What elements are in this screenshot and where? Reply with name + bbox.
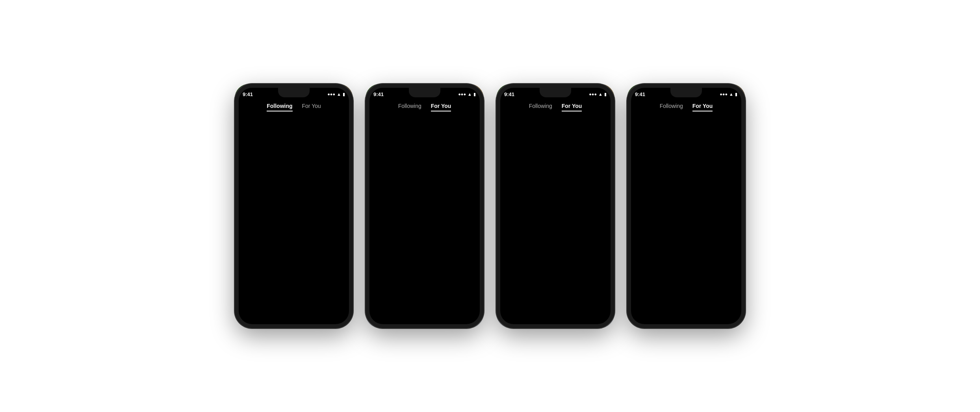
key-b[interactable]: B (432, 279, 442, 293)
view-replies[interactable]: View replies (70) ∨ (648, 251, 731, 255)
key-m[interactable]: M (586, 279, 596, 293)
tab-following-1[interactable]: Following (267, 101, 292, 111)
comments-list-1[interactable]: karenlewis You always make amazing recip… (235, 171, 353, 309)
key-k[interactable]: K (456, 262, 466, 276)
key-q[interactable]: Q (367, 244, 377, 258)
key-return[interactable]: return (444, 296, 471, 310)
key-n[interactable]: N (444, 279, 453, 293)
tab-following-3[interactable]: Following (529, 101, 552, 111)
comment-input-1[interactable] (239, 313, 317, 325)
key-q[interactable]: Q (498, 244, 508, 258)
like-icon[interactable]: ♡ (730, 176, 735, 183)
tab-foryou-2[interactable]: For You (431, 101, 451, 111)
at-icon[interactable]: @ (321, 315, 328, 323)
key-d[interactable]: D (526, 262, 536, 276)
question-icon-btn-4[interactable]: ⬜ (732, 315, 741, 323)
key-x[interactable]: X (527, 279, 536, 293)
key-j[interactable]: J (444, 262, 454, 276)
tab-following-2[interactable]: Following (398, 101, 421, 111)
key-k[interactable]: K (587, 262, 597, 276)
key-t[interactable]: T (545, 244, 555, 258)
key-y[interactable]: Y (426, 244, 436, 258)
key-l[interactable]: L (599, 262, 609, 276)
key-space[interactable]: space (395, 296, 442, 310)
modal-close-3[interactable]: ✕ (602, 137, 608, 146)
key-r[interactable]: R (533, 244, 543, 258)
view-replies[interactable]: View replies (70) ∨ (648, 275, 731, 279)
key-c[interactable]: C (538, 279, 548, 293)
key-o[interactable]: O (592, 244, 601, 258)
key-h[interactable]: H (432, 262, 442, 276)
like-icon[interactable]: ♡ (735, 229, 740, 235)
key-e[interactable]: E (390, 244, 400, 258)
key-x[interactable]: X (396, 279, 406, 293)
suggestion-i-2[interactable]: I (366, 230, 405, 242)
key-i[interactable]: I (580, 244, 590, 258)
emoji-icon[interactable]: ☺ (722, 315, 729, 323)
key-return[interactable]: return (575, 296, 602, 310)
key-r[interactable]: R (402, 244, 412, 258)
view-replies[interactable]: View replies (70) ∨ (255, 196, 336, 200)
comments-list-4[interactable]: ? ▶ Asked by doctorwu What's your favori… (627, 171, 745, 309)
key-e[interactable]: E (521, 244, 531, 258)
key-i[interactable]: I (449, 244, 459, 258)
suggestion-im-2[interactable]: I'm (445, 230, 484, 242)
like-icon[interactable]: ♡ (733, 199, 739, 205)
view-replies[interactable]: View replies (70) ∨ (255, 250, 338, 254)
key-f[interactable]: F (538, 262, 548, 276)
key-t[interactable]: T (414, 244, 424, 258)
key-a[interactable]: A (371, 262, 381, 276)
key-f[interactable]: F (407, 262, 418, 276)
key-n[interactable]: N (574, 279, 584, 293)
tab-foryou-1[interactable]: For You (302, 101, 321, 111)
emoji-icon[interactable]: ☺ (331, 315, 338, 323)
key-z[interactable]: Z (384, 279, 393, 293)
key-a[interactable]: A (501, 262, 512, 276)
key-c[interactable]: C (408, 279, 418, 293)
key-shift[interactable]: ⇧ (498, 279, 512, 293)
key-v[interactable]: V (419, 279, 429, 293)
like-icon[interactable]: ♡ (341, 174, 346, 180)
like-icon[interactable]: ♡ (342, 235, 347, 241)
suggestion-the-2[interactable]: The (405, 230, 444, 242)
view-replies[interactable]: View replies (70) ∨ (648, 305, 732, 309)
key-m[interactable]: M (455, 279, 465, 293)
question-icon-btn[interactable]: ? (341, 314, 348, 324)
tab-foryou-3[interactable]: For You (562, 101, 582, 111)
key-123[interactable]: 123 (509, 296, 524, 310)
view-replies[interactable]: View replies (70) ∨ (648, 220, 729, 224)
key-123[interactable]: 123 (378, 296, 393, 310)
emoji-button-3[interactable]: ☺ (501, 316, 509, 325)
key-o[interactable]: O (461, 244, 471, 258)
tab-foryou-4[interactable]: For You (692, 101, 713, 111)
key-z[interactable]: Z (514, 279, 524, 293)
like-icon[interactable]: ♡ (343, 259, 348, 265)
key-v[interactable]: V (550, 279, 560, 293)
tab-following-4[interactable]: Following (660, 101, 683, 111)
ask-text-input-2[interactable] (390, 184, 462, 208)
key-shift[interactable]: ⇧ (367, 279, 382, 293)
close-comments-4[interactable]: ✕ (729, 158, 739, 167)
key-space[interactable]: space (526, 296, 573, 310)
key-l[interactable]: L (468, 262, 479, 276)
key-p[interactable]: P (603, 244, 613, 258)
key-delete[interactable]: ⌫ (468, 279, 482, 293)
modal-close-2[interactable]: ✕ (471, 137, 477, 146)
suggestion-im-3[interactable]: I'm (575, 230, 614, 242)
key-p[interactable]: P (472, 244, 482, 258)
mic-button-2[interactable]: 🎤 (470, 316, 479, 325)
post-button-3[interactable]: Post (570, 204, 602, 219)
like-icon[interactable]: ♡ (735, 284, 741, 290)
key-u[interactable]: U (437, 244, 447, 258)
like-icon[interactable]: ♡ (735, 260, 740, 266)
close-comments-1[interactable]: ✕ (337, 158, 347, 167)
key-u[interactable]: U (568, 244, 578, 258)
key-w[interactable]: W (379, 244, 389, 258)
comment-input-4[interactable] (632, 313, 708, 325)
suggestion-i-3[interactable]: I (496, 230, 536, 242)
view-replies[interactable]: View replies (70) ∨ (255, 304, 340, 309)
key-y[interactable]: Y (557, 244, 566, 258)
mic-button-3[interactable]: 🎤 (601, 316, 610, 325)
key-g[interactable]: G (419, 262, 430, 276)
key-j[interactable]: J (575, 262, 585, 276)
